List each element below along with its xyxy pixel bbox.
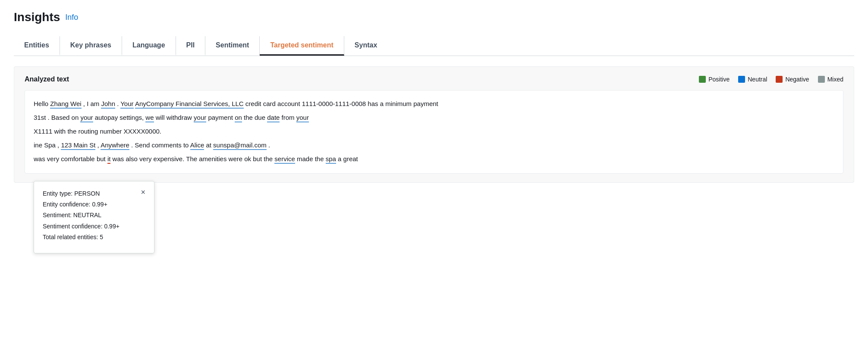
tab-key-phrases[interactable]: Key phrases bbox=[60, 36, 122, 56]
word-we[interactable]: we bbox=[145, 114, 154, 122]
word-sunspa[interactable]: sunspa@mail.com bbox=[213, 141, 267, 150]
tooltip-content-area: Entity type: PERSON Entity confidence: 0… bbox=[43, 188, 120, 243]
tab-entities[interactable]: Entities bbox=[14, 36, 60, 56]
word-was-very: was very comfortable but bbox=[34, 155, 107, 162]
word-anywhere[interactable]: Anywhere bbox=[101, 141, 129, 150]
word-payment: payment bbox=[206, 114, 235, 121]
entity-confidence-row: Entity confidence: 0.99+ bbox=[43, 199, 120, 210]
tab-pii[interactable]: PII bbox=[176, 36, 206, 56]
tooltip-popup: Entity type: PERSON Entity confidence: 0… bbox=[34, 181, 154, 253]
tabs-container: Entities Key phrases Language PII Sentim… bbox=[14, 36, 854, 56]
neutral-label: Neutral bbox=[748, 76, 767, 83]
word-was-also: was also very expensive. The amenities w… bbox=[110, 155, 274, 162]
analyzed-header: Analyzed text Positive Neutral Negative … bbox=[25, 75, 843, 83]
tab-targeted-sentiment[interactable]: Targeted sentiment bbox=[260, 36, 344, 56]
word-your3[interactable]: your bbox=[194, 114, 206, 122]
analyzed-title: Analyzed text bbox=[25, 75, 69, 83]
word-spa[interactable]: spa bbox=[326, 155, 336, 164]
total-related-row: Total related entities: 5 bbox=[43, 232, 120, 243]
legend: Positive Neutral Negative Mixed bbox=[699, 76, 843, 83]
page-container: Insights Info Entities Key phrases Langu… bbox=[0, 0, 868, 337]
tooltip-close-button[interactable]: × bbox=[141, 188, 145, 196]
legend-positive: Positive bbox=[699, 76, 730, 83]
text-line-2: 31st . Based on your autopay settings, w… bbox=[34, 111, 834, 124]
mixed-dot bbox=[818, 76, 825, 83]
word-service[interactable]: service bbox=[274, 155, 295, 164]
word-dot1: . bbox=[115, 100, 120, 107]
text-line-3: X1111 with the routing number XXXXX0000. bbox=[34, 125, 834, 138]
text-content: Hello Zhang Wei , I am John . Your AnyCo… bbox=[25, 90, 843, 174]
page-header: Insights Info bbox=[14, 10, 854, 24]
tooltip-header: Entity type: PERSON Entity confidence: 0… bbox=[43, 188, 145, 243]
negative-dot bbox=[776, 76, 783, 83]
word-comma2: , bbox=[95, 141, 101, 149]
word-31st: 31st . Based on bbox=[34, 114, 80, 121]
text-line-4: ine Spa , 123 Main St , Anywhere . Send … bbox=[34, 139, 834, 152]
text-line-1: Hello Zhang Wei , I am John . Your AnyCo… bbox=[34, 97, 834, 110]
mixed-label: Mixed bbox=[827, 76, 843, 83]
page-title: Insights bbox=[14, 10, 60, 24]
word-autopay: autopay settings, bbox=[93, 114, 146, 121]
legend-mixed: Mixed bbox=[818, 76, 843, 83]
sentiment-row: Sentiment: NEUTRAL bbox=[43, 210, 120, 221]
word-send: . Send comments to bbox=[129, 141, 190, 149]
word-the-due: the due bbox=[242, 114, 267, 121]
word-credit-card: credit card account 1111-0000-1111-0008 … bbox=[244, 100, 438, 107]
info-link[interactable]: Info bbox=[65, 13, 78, 22]
positive-dot bbox=[699, 76, 706, 83]
tab-sentiment[interactable]: Sentiment bbox=[205, 36, 260, 56]
entity-type-row: Entity type: PERSON bbox=[43, 188, 120, 199]
negative-label: Negative bbox=[785, 76, 809, 83]
word-dot2: . bbox=[267, 141, 270, 149]
word-your2[interactable]: your bbox=[80, 114, 93, 122]
legend-negative: Negative bbox=[776, 76, 809, 83]
word-x1111: X1111 with the routing number XXXXX0000. bbox=[34, 128, 161, 135]
word-a-great: a great bbox=[336, 155, 358, 162]
word-alice[interactable]: Alice bbox=[190, 141, 204, 150]
positive-label: Positive bbox=[708, 76, 730, 83]
word-john[interactable]: John bbox=[101, 100, 115, 109]
word-your4[interactable]: your bbox=[296, 114, 309, 122]
neutral-dot bbox=[738, 76, 745, 83]
word-anycompany[interactable]: AnyCompany Financial Services, LLC bbox=[135, 100, 244, 109]
analyzed-section: Analyzed text Positive Neutral Negative … bbox=[14, 66, 854, 183]
tab-syntax[interactable]: Syntax bbox=[344, 36, 387, 56]
word-will: will withdraw bbox=[154, 114, 194, 121]
word-from: from bbox=[280, 114, 296, 121]
word-zhang-wei[interactable]: Zhang Wei bbox=[50, 100, 81, 109]
word-123-main[interactable]: 123 Main St bbox=[61, 141, 95, 150]
tab-language[interactable]: Language bbox=[122, 36, 176, 56]
word-made: made the bbox=[295, 155, 326, 162]
word-on[interactable]: on bbox=[235, 114, 242, 122]
word-ine-spa: ine Spa , bbox=[34, 141, 61, 149]
word-at: at bbox=[204, 141, 213, 149]
legend-neutral: Neutral bbox=[738, 76, 767, 83]
word-date[interactable]: date bbox=[267, 114, 280, 122]
word-hello: Hello bbox=[34, 100, 50, 107]
word-your1[interactable]: Your bbox=[120, 100, 133, 109]
sentiment-confidence-row: Sentiment confidence: 0.99+ bbox=[43, 221, 120, 232]
word-comma1: , I am bbox=[82, 100, 101, 107]
text-line-5: was very comfortable but it was also ver… bbox=[34, 153, 834, 165]
